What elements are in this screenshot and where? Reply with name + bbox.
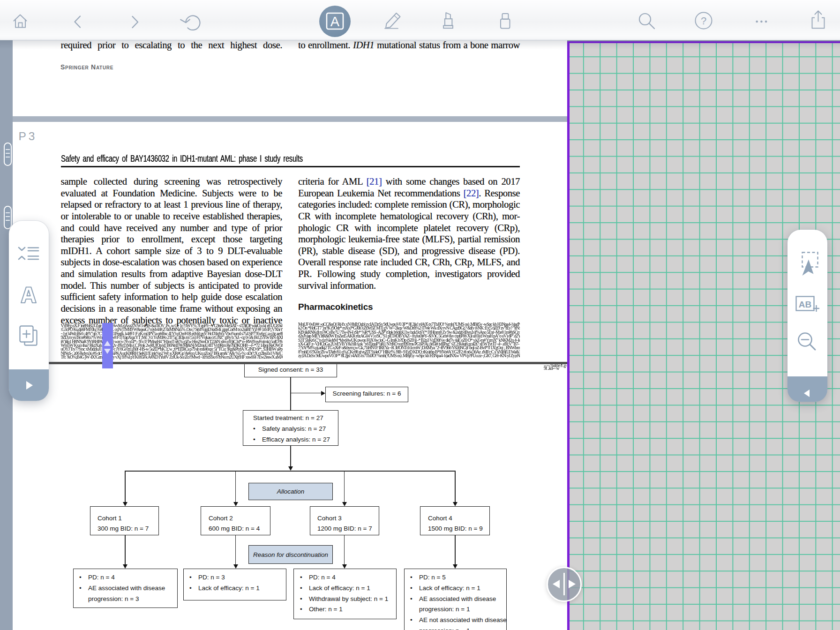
svg-text:AB: AB: [799, 300, 811, 309]
svg-text:A: A: [330, 14, 340, 29]
svg-text:?: ?: [701, 15, 706, 27]
